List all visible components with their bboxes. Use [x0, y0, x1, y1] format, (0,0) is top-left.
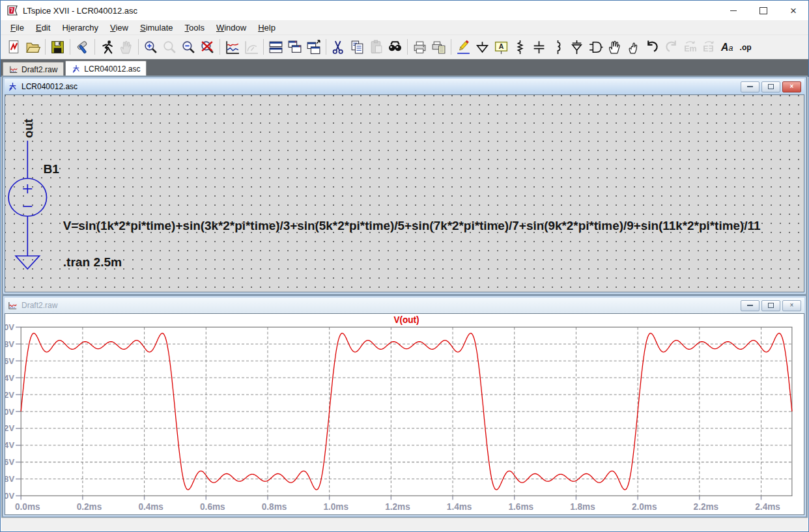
place-inductor-button[interactable] — [548, 37, 567, 57]
x-tick-label: 1.8ms — [570, 502, 595, 512]
restore-icon — [768, 303, 774, 308]
svg-text:E∃: E∃ — [703, 44, 713, 53]
schematic-canvas[interactable]: out B1 V=sin(1k*2*pi*time)+sin(3k*2*pi*t… — [5, 94, 804, 292]
run-button[interactable] — [98, 37, 117, 57]
place-text-button[interactable]: Aa — [718, 37, 737, 57]
cut-icon — [330, 39, 347, 55]
zoom-out-button[interactable] — [179, 37, 198, 57]
menu-hierarchy[interactable]: Hierarchy — [56, 21, 104, 34]
voltage-source-body[interactable] — [8, 178, 46, 216]
tab-lcr040012-asc[interactable]: LCR040012.asc — [65, 61, 147, 77]
menu-simulate[interactable]: Simulate — [134, 21, 179, 34]
minimize-button[interactable] — [718, 1, 748, 20]
net-label-out[interactable]: out — [21, 119, 35, 138]
menu-tools[interactable]: Tools — [179, 21, 210, 34]
cut-button[interactable] — [329, 37, 348, 57]
open-file-icon — [25, 39, 41, 55]
menu-view[interactable]: View — [104, 21, 134, 34]
tile-horizontal-button[interactable] — [266, 37, 285, 57]
rotate-button: E∃ — [700, 37, 718, 57]
open-file-button[interactable] — [23, 37, 42, 57]
svg-text:Em: Em — [684, 44, 696, 53]
child-minimize-button[interactable] — [741, 300, 759, 311]
place-component-button[interactable] — [586, 37, 605, 57]
schematic-window: LCR040012.asc × — [3, 77, 806, 294]
rotate-icon: E∃ — [701, 39, 717, 55]
spice-directive-icon: .op — [739, 39, 755, 55]
child-close-button[interactable]: × — [782, 300, 801, 311]
new-schematic-icon — [6, 39, 22, 55]
toolbar-separator — [94, 39, 95, 55]
zoom-in-button[interactable] — [141, 37, 160, 57]
tab-draft2-raw[interactable]: Draft2.raw — [3, 62, 64, 77]
place-diode-button[interactable] — [567, 37, 586, 57]
component-name[interactable]: B1 — [43, 162, 59, 176]
schematic-window-title: LCR040012.asc — [21, 82, 78, 91]
plot-area-container[interactable]: V(out) 1.0V0.8V0.6V0.4V0.2V0.0V-0.2V-0.4… — [5, 313, 804, 515]
x-tick-label: 1.2ms — [385, 502, 410, 512]
drag-button[interactable] — [624, 37, 643, 57]
x-tick-label: 1.4ms — [447, 502, 472, 512]
x-tick-label: 1.0ms — [323, 502, 348, 512]
y-tick-label: 0.8V — [5, 339, 14, 349]
tile-vertical-icon — [287, 39, 303, 55]
zoom-in-icon — [143, 39, 159, 55]
x-tick-label: 0.2ms — [77, 502, 102, 512]
undo-icon — [644, 39, 660, 55]
undo-button[interactable] — [643, 37, 662, 57]
toolbar-separator — [407, 39, 408, 55]
menu-file[interactable]: File — [5, 21, 30, 34]
print-preview-icon — [431, 39, 447, 55]
place-resistor-icon — [512, 39, 528, 55]
toolbar-separator — [220, 39, 220, 55]
trace-legend-vout[interactable]: V(out) — [393, 315, 419, 325]
redo-icon — [663, 39, 679, 55]
control-panel-button[interactable] — [73, 37, 92, 57]
y-tick-label: 0.6V — [5, 356, 14, 366]
tab-label: Draft2.raw — [21, 65, 57, 74]
place-resistor-button[interactable] — [511, 37, 530, 57]
move-icon — [606, 39, 623, 55]
close-icon: × — [790, 83, 794, 90]
place-ground-button[interactable] — [473, 37, 492, 57]
x-tick-label: 2.2ms — [694, 502, 719, 512]
waveform-plot[interactable]: V(out) 1.0V0.8V0.6V0.4V0.2V0.0V-0.2V-0.4… — [5, 314, 804, 514]
print-preview-button[interactable] — [429, 37, 448, 57]
child-restore-button[interactable] — [761, 300, 780, 311]
label-net-button[interactable]: A — [492, 37, 511, 57]
plot-window-titlebar[interactable]: Draft2.raw × — [5, 298, 804, 313]
autorange-y-axis-button[interactable] — [223, 37, 242, 57]
menu-help[interactable]: Help — [252, 21, 281, 34]
copy-button[interactable] — [348, 37, 367, 57]
cascade-windows-button[interactable] — [304, 37, 323, 57]
child-close-button[interactable]: × — [782, 81, 801, 92]
zoom-full-extents-button[interactable] — [198, 37, 217, 57]
component-value[interactable]: V=sin(1k*2*pi*time)+sin(3k*2*pi*time)/3+… — [63, 219, 761, 232]
child-minimize-button[interactable] — [741, 81, 759, 92]
draw-wire-button[interactable] — [454, 37, 473, 57]
tile-vertical-button[interactable] — [285, 37, 304, 57]
toolbar-separator — [263, 39, 264, 55]
spice-directive-text[interactable]: .tran 2.5m — [63, 255, 122, 269]
move-button[interactable] — [605, 37, 624, 57]
svg-text:A: A — [720, 42, 728, 53]
ground-symbol[interactable] — [16, 256, 39, 269]
new-schematic-button[interactable] — [5, 37, 23, 57]
schematic-window-titlebar[interactable]: LCR040012.asc × — [5, 79, 804, 94]
child-restore-button[interactable] — [761, 81, 780, 92]
waveform-tab-icon — [9, 65, 18, 74]
save-button[interactable] — [48, 37, 67, 57]
x-tick-label: 0.4ms — [138, 502, 163, 512]
print-button[interactable] — [410, 37, 429, 57]
close-button[interactable]: × — [778, 1, 808, 20]
spice-directive-button[interactable]: .op — [737, 37, 756, 57]
drag-icon — [625, 39, 642, 55]
menu-window[interactable]: Window — [210, 21, 252, 34]
place-capacitor-button[interactable] — [530, 37, 548, 57]
menu-edit[interactable]: Edit — [30, 21, 56, 34]
find-button[interactable] — [386, 37, 404, 57]
x-tick-label: 0.8ms — [262, 502, 287, 512]
place-component-icon — [588, 39, 604, 55]
maximize-button[interactable] — [748, 1, 778, 20]
y-tick-label: 1.0V — [5, 322, 14, 332]
